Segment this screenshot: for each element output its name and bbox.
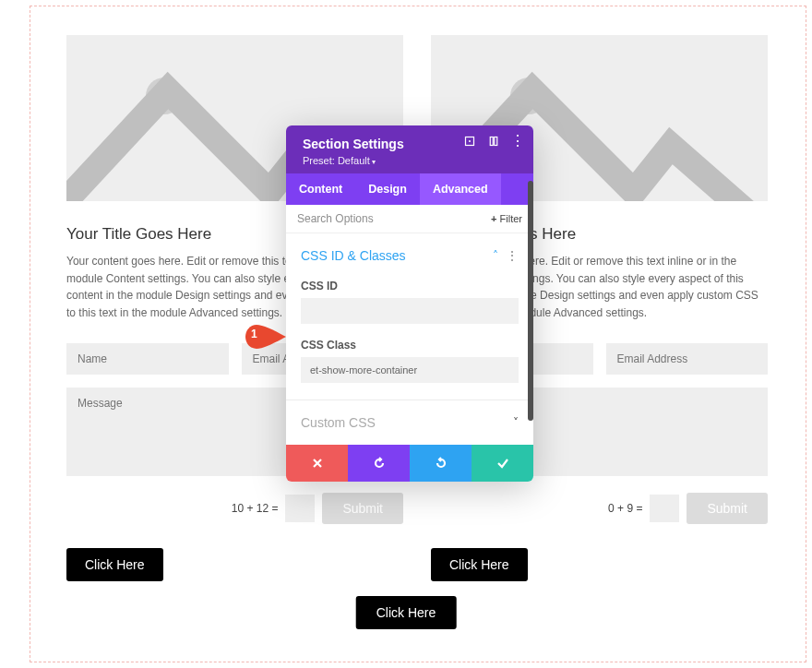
svg-point-3 <box>469 140 471 142</box>
redo-button[interactable] <box>410 445 472 482</box>
section-settings-modal: Section Settings Preset: Default▾ ⋮ Cont… <box>286 125 533 482</box>
preset-label: Preset: Default <box>303 155 370 166</box>
section-title: CSS ID & Classes <box>301 248 484 263</box>
email-field[interactable] <box>606 343 769 375</box>
modal-footer <box>286 445 533 482</box>
captcha-input[interactable] <box>285 495 315 522</box>
filter-label: Filter <box>500 213 522 224</box>
svg-rect-4 <box>490 137 493 146</box>
click-here-button[interactable]: Click Here <box>66 548 163 581</box>
click-here-center-button[interactable]: Click Here <box>356 596 457 629</box>
save-button[interactable] <box>472 445 533 482</box>
snap-icon[interactable] <box>487 135 500 148</box>
preset-selector[interactable]: Preset: Default▾ <box>303 155 520 166</box>
modal-tabs: Content Design Advanced <box>286 173 533 205</box>
submit-button[interactable]: Submit <box>687 493 768 524</box>
modal-header-icons: ⋮ <box>463 135 524 148</box>
undo-button[interactable] <box>348 445 410 482</box>
modal-scrollbar[interactable] <box>528 181 533 421</box>
svg-rect-5 <box>495 137 497 146</box>
filter-button[interactable]: +Filter <box>491 213 522 224</box>
modal-header: Section Settings Preset: Default▾ ⋮ <box>286 125 533 173</box>
name-field[interactable] <box>66 343 229 375</box>
css-class-label: CSS Class <box>301 339 519 352</box>
plus-icon: + <box>491 213 496 224</box>
click-here-button[interactable]: Click Here <box>431 548 528 581</box>
css-id-label: CSS ID <box>301 280 519 292</box>
more-icon[interactable]: ⋮ <box>511 135 524 148</box>
captcha-row: 0 + 9 = Submit <box>431 493 768 524</box>
section-css-id-classes[interactable]: CSS ID & Classes ˄ ⋮ <box>301 243 519 272</box>
captcha-label: 10 + 12 = <box>232 502 279 515</box>
search-input[interactable]: Search Options <box>297 212 374 225</box>
caret-down-icon: ▾ <box>372 158 376 166</box>
panel-body: CSS ID & Classes ˄ ⋮ CSS ID CSS Class <box>286 233 533 400</box>
section-custom-css[interactable]: Custom CSS ˅ <box>286 400 533 445</box>
tab-content[interactable]: Content <box>286 173 355 205</box>
search-options-bar: Search Options +Filter <box>286 205 533 233</box>
captcha-label: 0 + 9 = <box>608 502 642 515</box>
cancel-button[interactable] <box>286 445 348 482</box>
submit-button[interactable]: Submit <box>322 493 403 524</box>
tab-design[interactable]: Design <box>355 173 420 205</box>
captcha-row: 10 + 12 = Submit <box>66 493 403 524</box>
captcha-input[interactable] <box>650 495 679 522</box>
css-class-input[interactable] <box>301 357 519 383</box>
custom-css-label: Custom CSS <box>301 415 376 430</box>
css-id-input[interactable] <box>301 298 519 324</box>
chevron-up-icon[interactable]: ˄ <box>493 249 498 262</box>
chevron-down-icon: ˅ <box>513 416 519 429</box>
section-more-icon[interactable]: ⋮ <box>506 249 519 262</box>
tab-advanced[interactable]: Advanced <box>420 173 501 205</box>
expand-icon[interactable] <box>463 135 476 148</box>
